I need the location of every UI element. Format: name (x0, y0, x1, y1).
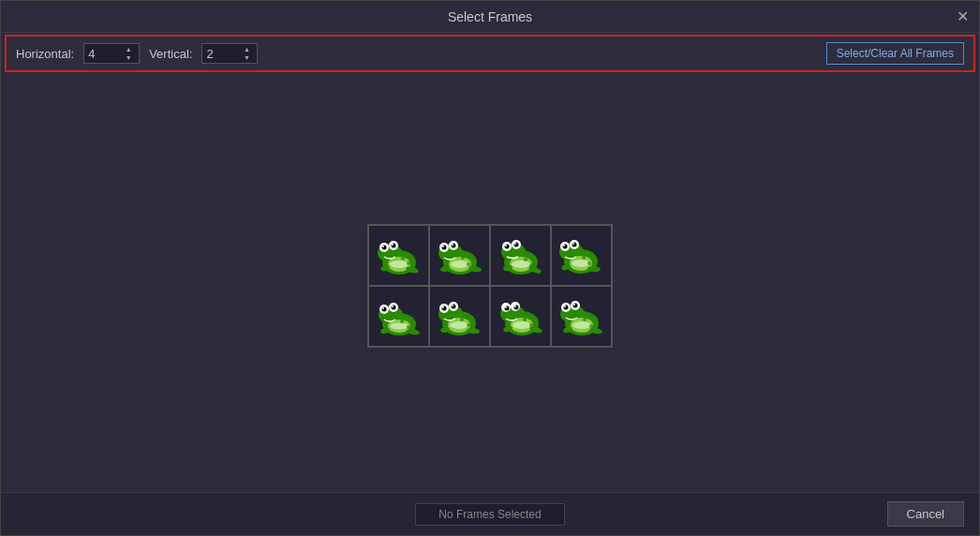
horizontal-up-arrow[interactable]: ▲ (123, 45, 134, 53)
vertical-spinbox[interactable]: ▲ ▼ (201, 43, 258, 64)
svg-point-111 (589, 324, 593, 328)
svg-point-26 (461, 256, 465, 260)
vertical-down-arrow[interactable]: ▼ (241, 53, 252, 62)
svg-point-103 (573, 303, 578, 307)
frame-cell-0-3[interactable] (551, 225, 612, 286)
svg-point-96 (523, 318, 527, 321)
frame-grid (367, 224, 613, 348)
svg-point-105 (573, 304, 575, 305)
footer: No Frames Selected Cancel (1, 492, 979, 535)
svg-point-34 (505, 245, 507, 246)
toolbar: Horizontal: ▲ ▼ Vertical: ▲ ▼ Select/Cle… (5, 35, 975, 72)
horizontal-spinbox[interactable]: ▲ ▼ (83, 43, 140, 64)
svg-point-76 (442, 306, 444, 308)
svg-point-21 (452, 244, 453, 246)
frame-cell-1-0[interactable] (368, 286, 429, 347)
svg-point-77 (452, 305, 453, 306)
frame-cell-1-3[interactable] (551, 286, 612, 347)
svg-point-91 (514, 305, 516, 307)
vertical-input[interactable] (206, 47, 239, 61)
svg-point-110 (583, 318, 587, 321)
svg-point-88 (505, 305, 510, 310)
svg-point-7 (392, 244, 393, 246)
horizontal-arrows: ▲ ▼ (123, 45, 134, 62)
frame-cell-0-2[interactable] (490, 225, 551, 286)
toolbar-left: Horizontal: ▲ ▼ Vertical: ▲ ▼ (16, 43, 258, 64)
svg-point-47 (572, 242, 577, 246)
svg-point-49 (572, 243, 574, 245)
svg-point-4 (382, 245, 387, 249)
svg-point-5 (392, 243, 396, 247)
svg-point-37 (512, 261, 530, 268)
svg-point-93 (512, 321, 531, 329)
frame-cell-1-2[interactable] (490, 286, 551, 347)
svg-point-107 (572, 321, 591, 329)
svg-point-32 (505, 244, 510, 248)
frame-cell-0-0[interactable] (368, 225, 429, 286)
svg-point-97 (529, 323, 533, 327)
svg-point-83 (467, 323, 470, 327)
svg-point-89 (514, 305, 519, 309)
svg-point-82 (460, 318, 464, 321)
svg-point-35 (514, 243, 516, 245)
horizontal-down-arrow[interactable]: ▼ (123, 53, 134, 62)
svg-point-48 (563, 245, 565, 246)
vertical-arrows: ▲ ▼ (241, 45, 252, 62)
svg-point-9 (390, 261, 408, 268)
svg-point-62 (382, 307, 384, 309)
svg-point-18 (442, 245, 447, 249)
svg-point-27 (467, 262, 470, 266)
svg-point-12 (401, 257, 405, 261)
horizontal-label: Horizontal: (16, 47, 74, 61)
svg-point-46 (563, 244, 568, 248)
vertical-up-arrow[interactable]: ▲ (241, 45, 252, 53)
svg-point-19 (452, 243, 456, 247)
close-button[interactable]: ✕ (953, 7, 972, 26)
svg-point-104 (564, 305, 566, 307)
svg-point-63 (392, 305, 393, 307)
horizontal-input[interactable] (88, 47, 121, 61)
cancel-button[interactable]: Cancel (887, 501, 964, 527)
dialog-title: Select Frames (448, 9, 532, 24)
svg-point-41 (529, 263, 533, 267)
svg-point-55 (587, 261, 591, 265)
svg-point-65 (390, 322, 408, 329)
svg-point-20 (442, 246, 444, 247)
svg-point-60 (382, 306, 387, 311)
frame-cell-1-1[interactable] (429, 286, 490, 347)
svg-point-33 (514, 242, 519, 246)
content-area (1, 80, 979, 492)
svg-point-69 (407, 325, 410, 329)
svg-point-75 (452, 304, 456, 308)
svg-point-90 (505, 306, 507, 308)
select-all-button[interactable]: Select/Clear All Frames (826, 42, 964, 65)
svg-point-79 (450, 321, 468, 329)
svg-point-61 (392, 305, 396, 309)
svg-point-54 (582, 256, 586, 260)
svg-point-13 (407, 261, 410, 265)
svg-point-68 (400, 320, 404, 323)
svg-point-40 (524, 258, 527, 261)
vertical-label: Vertical: (149, 47, 192, 61)
frame-cell-0-1[interactable] (429, 225, 490, 286)
select-frames-dialog: Select Frames ✕ Horizontal: ▲ ▼ Vertical… (0, 0, 980, 536)
title-bar: Select Frames ✕ (1, 1, 979, 33)
svg-point-74 (442, 305, 447, 310)
svg-point-102 (564, 305, 569, 309)
svg-point-6 (382, 246, 384, 247)
no-frames-label: No Frames Selected (415, 503, 565, 526)
